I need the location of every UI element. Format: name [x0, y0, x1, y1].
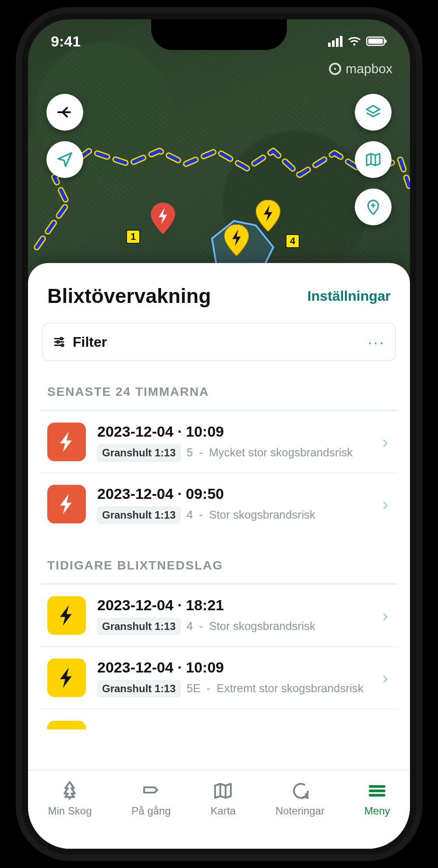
severity-badge: [47, 596, 86, 635]
event-subtitle: Granshult 1:13 5 - Mycket stor skogsbran…: [97, 445, 371, 461]
lightning-pin-yellow[interactable]: [256, 200, 280, 231]
filter-more-button[interactable]: ···: [368, 334, 385, 351]
event-row[interactable]: 2023-12-04 · 18:21 Granshult 1:13 4 - St…: [40, 584, 398, 646]
sliders-icon: [53, 335, 66, 349]
chat-edit-icon: [290, 780, 311, 801]
svg-point-4: [57, 341, 59, 343]
menu-icon: [367, 780, 388, 801]
event-level: 5: [187, 446, 193, 459]
parcel-label: 1: [126, 230, 140, 244]
event-title: 2023-12-04 · 10:09: [97, 423, 371, 440]
svg-point-3: [60, 338, 63, 340]
event-risk: Stor skogsbrandsrisk: [209, 619, 315, 633]
bottom-sheet: Blixtövervakning Inställningar Filter ··…: [28, 263, 410, 849]
svg-rect-2: [385, 39, 387, 43]
event-title: 2023-12-04 · 18:21: [97, 597, 371, 614]
chevron-right-icon: ›: [382, 668, 391, 688]
property-chip: Granshult 1:13: [97, 680, 180, 697]
event-subtitle: Granshult 1:13 5E - Extremt stor skogsbr…: [97, 680, 371, 697]
severity-badge: [47, 721, 86, 729]
svg-rect-1: [368, 39, 383, 44]
event-row[interactable]: 2023-12-04 · 10:09 Granshult 1:13 5 - My…: [40, 410, 398, 473]
tab-label: På gång: [131, 805, 170, 817]
tab-karta[interactable]: Karta: [211, 780, 236, 817]
tab-noteringar[interactable]: Noteringar: [276, 780, 325, 817]
property-chip: Granshult 1:13: [97, 507, 180, 523]
event-risk: Mycket stor skogsbrandsrisk: [209, 446, 353, 459]
battery-icon: [366, 36, 387, 46]
tab-label: Meny: [364, 805, 390, 817]
property-chip: Granshult 1:13: [97, 618, 180, 635]
chevron-right-icon: ›: [382, 432, 391, 452]
screen: 9:41 mapbox: [28, 19, 410, 849]
bolt-icon: [58, 494, 75, 515]
section-earlier-title: TIDIGARE BLIXTNEDSLAG: [28, 535, 410, 583]
event-row[interactable]: 2023-12-04 · 09:50 Granshult 1:13 4 - St…: [40, 473, 398, 535]
filter-bar[interactable]: Filter ···: [42, 323, 396, 361]
pin-plus-icon: [364, 198, 382, 216]
tab-meny[interactable]: Meny: [364, 780, 390, 817]
bolt-icon: [58, 431, 75, 452]
event-subtitle: Granshult 1:13 4 - Stor skogsbrandsrisk: [97, 507, 371, 523]
lightning-pin-yellow[interactable]: [224, 224, 249, 256]
sheet-header: Blixtövervakning Inställningar: [28, 263, 410, 323]
event-title: 2023-12-04 · 10:09: [97, 659, 371, 676]
earlier-events-list: 2023-12-04 · 18:21 Granshult 1:13 4 - St…: [28, 584, 410, 729]
locate-button[interactable]: [46, 141, 83, 178]
event-row-peek[interactable]: [40, 708, 398, 729]
add-pin-button[interactable]: [355, 189, 392, 225]
event-level: 5E: [187, 682, 201, 695]
chevron-right-icon: ›: [382, 494, 391, 514]
signpost-icon: [141, 780, 162, 801]
wifi-icon: [348, 35, 361, 48]
event-title: 2023-12-04 · 09:50: [97, 485, 371, 502]
tree-icon: [59, 780, 80, 801]
map-icon: [212, 780, 233, 801]
mapbox-logo-icon: [329, 63, 341, 75]
event-subtitle: Granshult 1:13 4 - Stor skogsbrandsrisk: [97, 618, 371, 635]
cellular-icon: [328, 36, 343, 47]
status-time: 9:41: [51, 33, 81, 50]
property-chip: Granshult 1:13: [97, 445, 180, 461]
section-recent-title: SENASTE 24 TIMMARNA: [28, 361, 410, 409]
layers-button[interactable]: [355, 94, 392, 131]
recent-events-list: 2023-12-04 · 10:09 Granshult 1:13 5 - My…: [28, 410, 410, 535]
severity-badge: [47, 658, 86, 697]
dash: -: [199, 508, 203, 522]
navigation-icon: [56, 151, 74, 168]
dash: -: [207, 682, 211, 695]
bolt-icon: [58, 605, 75, 626]
filter-label: Filter: [73, 334, 107, 350]
severity-badge: [47, 423, 86, 461]
phone-frame: 9:41 mapbox: [22, 13, 416, 855]
parcel-label: 4: [286, 234, 300, 248]
event-row[interactable]: 2023-12-04 · 10:09 Granshult 1:13 5E - E…: [40, 646, 398, 708]
tab-bar: Min Skog På gång Karta Noteringar Meny: [28, 770, 410, 849]
status-indicators: [328, 35, 387, 48]
tab-pa-gang[interactable]: På gång: [131, 780, 170, 817]
tab-label: Min Skog: [48, 805, 92, 817]
tab-label: Karta: [211, 805, 236, 817]
event-level: 4: [187, 619, 193, 633]
notch: [151, 19, 287, 50]
map-attribution: mapbox: [329, 61, 392, 76]
event-level: 4: [187, 508, 193, 522]
svg-point-5: [61, 344, 64, 346]
lightning-pin-red[interactable]: [151, 203, 175, 234]
layers-icon: [364, 103, 382, 121]
bolt-icon: [58, 667, 75, 688]
arrow-left-icon: [56, 103, 74, 121]
severity-badge: [47, 485, 86, 523]
dash: -: [199, 446, 203, 459]
event-risk: Stor skogsbrandsrisk: [209, 508, 315, 522]
tab-min-skog[interactable]: Min Skog: [48, 780, 92, 817]
map-icon: [364, 151, 382, 168]
back-button[interactable]: [46, 94, 83, 131]
sheet-title: Blixtövervakning: [47, 284, 211, 308]
basemap-button[interactable]: [355, 141, 392, 178]
event-risk: Extremt stor skogsbrandsrisk: [217, 682, 364, 695]
chevron-right-icon: ›: [382, 606, 391, 626]
tab-label: Noteringar: [276, 805, 325, 817]
settings-link[interactable]: Inställningar: [307, 288, 391, 304]
dash: -: [199, 619, 203, 633]
